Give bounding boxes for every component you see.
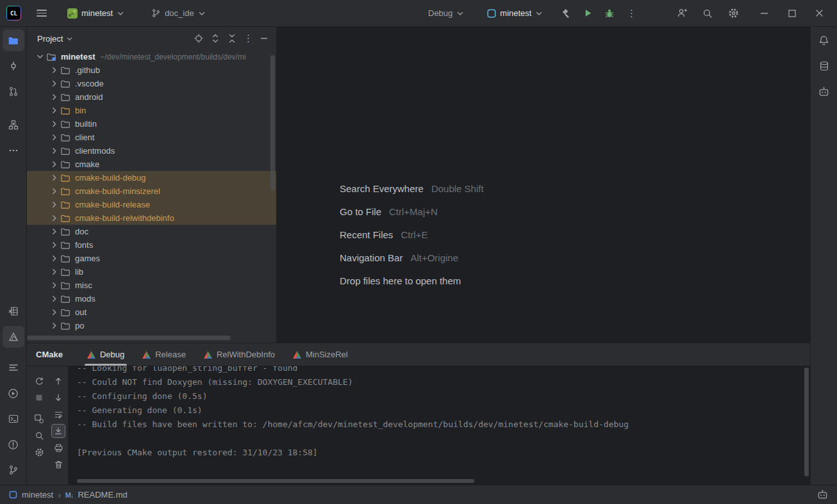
build-button[interactable] (557, 4, 575, 22)
cmake-tab-minsizerel[interactable]: MinSizeRel (288, 343, 353, 366)
cmake-panel-title[interactable]: CMake (36, 350, 63, 359)
prev-message-button[interactable] (51, 374, 65, 388)
cmake-tab-release[interactable]: Release (137, 343, 191, 366)
tool-window-messages-button[interactable] (3, 357, 24, 378)
tree-item-cmake-build-relwithdebinfo[interactable]: cmake-build-relwithdebinfo (27, 211, 276, 225)
soft-wrap-icon (54, 410, 63, 419)
tree-item-clientmods[interactable]: clientmods (27, 144, 276, 158)
tree-item-client[interactable]: client (27, 131, 276, 144)
project-horizontal-scrollbar[interactable] (27, 336, 231, 340)
cmake-settings-button[interactable] (32, 412, 46, 426)
console-settings-button[interactable] (32, 445, 46, 459)
tool-window-commit-button[interactable] (3, 55, 24, 77)
tree-item-cmake-build-release[interactable]: cmake-build-release (27, 198, 276, 211)
search-everywhere-button[interactable] (699, 4, 717, 22)
tree-item-label: misc (75, 280, 92, 290)
stop-button[interactable] (32, 391, 46, 405)
collapse-all-icon[interactable] (227, 33, 237, 44)
project-view-selector[interactable]: Project (37, 34, 73, 44)
find-button[interactable] (32, 428, 46, 443)
folder-icon (60, 159, 70, 170)
project-selector[interactable]: minetest (63, 6, 128, 21)
tree-item-label: lib (75, 267, 83, 277)
tree-item-misc[interactable]: misc (27, 279, 276, 292)
tool-window-problems-button[interactable] (3, 434, 24, 455)
reload-cmake-button[interactable] (32, 374, 46, 388)
git-branch-icon (151, 8, 161, 18)
console-line: -- Looking for luaopen_string_buffer - f… (77, 366, 810, 375)
tree-item-.vscode[interactable]: .vscode (27, 77, 276, 90)
cmake-tab-debug[interactable]: Debug (82, 343, 129, 366)
console-horizontal-scrollbar[interactable] (77, 479, 474, 483)
tool-window-structure-button[interactable] (3, 114, 24, 136)
tree-item-bin[interactable]: bin (27, 104, 276, 117)
tree-item-.github[interactable]: .github (27, 63, 276, 77)
markdown-file-icon: M↓ (65, 491, 74, 499)
tool-window-database-button[interactable] (813, 55, 835, 77)
breadcrumb-file[interactable]: README.md (78, 490, 127, 500)
panel-options-icon[interactable]: ⋮ (244, 33, 253, 44)
maximize-button[interactable] (783, 4, 801, 22)
close-button[interactable] (810, 4, 828, 22)
debug-button[interactable] (601, 4, 618, 22)
locate-file-icon[interactable] (194, 33, 204, 44)
more-dots-icon (8, 145, 19, 156)
search-icon (702, 8, 713, 19)
scroll-to-end-button[interactable] (51, 424, 65, 438)
tool-window-git-button[interactable] (3, 459, 24, 481)
tree-item-root[interactable]: minetest ~/dev/minetest_development/buil… (27, 50, 276, 63)
tool-window-pull-requests-button[interactable] (3, 81, 24, 102)
tree-item-cmake[interactable]: cmake (27, 158, 276, 171)
cmake-tab-relwithdebinfo[interactable]: RelWithDebInfo (199, 343, 280, 366)
folder-icon (60, 280, 70, 291)
code-with-me-button[interactable] (673, 4, 691, 22)
more-actions-button[interactable]: ⋮ (622, 4, 640, 22)
tree-item-cmake-build-debug[interactable]: cmake-build-debug (27, 171, 276, 184)
tree-item-doc[interactable]: doc (27, 225, 276, 238)
hide-panel-icon[interactable] (260, 34, 269, 43)
expand-all-icon[interactable] (210, 33, 220, 44)
tree-item-cmake-build-minsizerel[interactable]: cmake-build-minsizerel (27, 184, 276, 198)
clion-logo-icon: CL (6, 6, 21, 20)
run-button[interactable] (579, 4, 597, 22)
tree-item-mods[interactable]: mods (27, 292, 276, 305)
project-vertical-scrollbar[interactable] (270, 55, 275, 191)
tree-item-out[interactable]: out (27, 305, 276, 319)
ai-assistant-icon[interactable] (817, 489, 828, 500)
tool-window-spreadsheet-button[interactable] (3, 300, 24, 322)
hammer-icon (561, 8, 571, 19)
tree-item-lib[interactable]: lib (27, 265, 276, 279)
tree-item-android[interactable]: android (27, 90, 276, 104)
tool-window-ai-assistant-button[interactable] (813, 81, 835, 102)
run-configuration-selector[interactable]: minetest (483, 6, 547, 20)
clear-all-button[interactable] (51, 457, 65, 471)
cmake-console[interactable]: -- Looking for luaopen_string_buffer - f… (68, 366, 810, 485)
next-message-button[interactable] (51, 391, 65, 405)
notifications-button[interactable] (813, 29, 835, 51)
tool-window-terminal-button[interactable] (3, 408, 24, 430)
minimize-button[interactable] (755, 4, 773, 22)
cmake-tabs-row: CMake DebugReleaseRelWithDebInfoMinSizeR… (27, 343, 810, 366)
more-tool-windows-button[interactable] (3, 140, 24, 161)
settings-button[interactable] (724, 4, 742, 22)
tree-item-builtin[interactable]: builtin (27, 117, 276, 131)
left-tool-stripe (0, 27, 27, 485)
main-menu-icon[interactable] (37, 10, 47, 17)
soft-wrap-button[interactable] (51, 407, 65, 421)
print-button[interactable] (51, 441, 65, 455)
vcs-branch-selector[interactable]: doc_ide (147, 6, 210, 20)
breadcrumb-project[interactable]: minetest (22, 490, 53, 500)
chevron-down-icon (117, 10, 124, 17)
build-type-selector[interactable]: Debug (424, 6, 468, 20)
tool-window-cmake-button[interactable] (3, 326, 24, 348)
tool-window-run-button[interactable] (3, 382, 24, 404)
tree-item-games[interactable]: games (27, 252, 276, 265)
console-vertical-scrollbar[interactable] (804, 368, 809, 476)
tree-item-label: android (75, 92, 103, 102)
tree-item-fonts[interactable]: fonts (27, 238, 276, 252)
run-configuration-label: minetest (500, 8, 531, 18)
editor-area[interactable]: Search EverywhereDouble ShiftGo to FileC… (277, 27, 810, 343)
tree-item-po[interactable]: po (27, 319, 276, 332)
tool-window-project-button[interactable] (3, 29, 24, 51)
root-name: minetest (61, 52, 95, 61)
